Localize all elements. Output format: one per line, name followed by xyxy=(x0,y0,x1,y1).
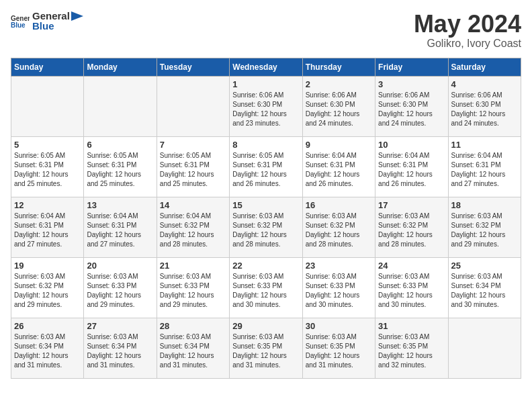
calendar-cell: 24Sunrise: 6:03 AM Sunset: 6:33 PM Dayli… xyxy=(375,257,448,318)
day-number: 4 xyxy=(451,79,518,89)
day-info: Sunrise: 6:03 AM Sunset: 6:34 PM Dayligh… xyxy=(451,272,518,310)
day-number: 30 xyxy=(306,321,372,331)
calendar-cell: 8Sunrise: 6:05 AM Sunset: 6:31 PM Daylig… xyxy=(230,136,302,197)
day-header-saturday: Saturday xyxy=(448,58,521,76)
day-number: 7 xyxy=(160,140,226,150)
day-number: 26 xyxy=(14,321,81,331)
day-info: Sunrise: 6:03 AM Sunset: 6:32 PM Dayligh… xyxy=(378,212,445,249)
calendar-cell: 10Sunrise: 6:04 AM Sunset: 6:31 PM Dayli… xyxy=(375,136,448,197)
day-info: Sunrise: 6:06 AM Sunset: 6:30 PM Dayligh… xyxy=(451,91,518,128)
day-number: 13 xyxy=(87,200,153,210)
calendar-cell: 1Sunrise: 6:06 AM Sunset: 6:30 PM Daylig… xyxy=(230,76,302,136)
calendar-cell: 7Sunrise: 6:05 AM Sunset: 6:31 PM Daylig… xyxy=(157,136,229,197)
day-number: 16 xyxy=(306,200,372,210)
day-number: 1 xyxy=(232,79,299,89)
day-info: Sunrise: 6:03 AM Sunset: 6:33 PM Dayligh… xyxy=(232,272,299,310)
logo-text-blue: Blue xyxy=(32,21,83,32)
calendar-cell: 6Sunrise: 6:05 AM Sunset: 6:31 PM Daylig… xyxy=(84,136,157,197)
day-info: Sunrise: 6:04 AM Sunset: 6:31 PM Dayligh… xyxy=(14,212,81,249)
day-info: Sunrise: 6:05 AM Sunset: 6:31 PM Dayligh… xyxy=(232,151,299,189)
day-info: Sunrise: 6:03 AM Sunset: 6:33 PM Dayligh… xyxy=(87,272,153,310)
day-number: 3 xyxy=(378,79,445,89)
calendar-cell: 22Sunrise: 6:03 AM Sunset: 6:33 PM Dayli… xyxy=(230,257,302,318)
title-block: May 2024 Golikro, Ivory Coast xyxy=(414,11,521,50)
day-info: Sunrise: 6:04 AM Sunset: 6:32 PM Dayligh… xyxy=(160,212,226,249)
calendar-cell: 16Sunrise: 6:03 AM Sunset: 6:32 PM Dayli… xyxy=(302,197,375,257)
calendar-cell: 15Sunrise: 6:03 AM Sunset: 6:32 PM Dayli… xyxy=(230,197,302,257)
day-header-friday: Friday xyxy=(375,58,448,76)
calendar-cell: 12Sunrise: 6:04 AM Sunset: 6:31 PM Dayli… xyxy=(11,197,84,257)
calendar-cell: 29Sunrise: 6:03 AM Sunset: 6:35 PM Dayli… xyxy=(230,318,302,378)
day-number: 22 xyxy=(232,261,299,271)
day-info: Sunrise: 6:03 AM Sunset: 6:33 PM Dayligh… xyxy=(160,272,226,310)
day-info: Sunrise: 6:05 AM Sunset: 6:31 PM Dayligh… xyxy=(14,151,81,189)
day-info: Sunrise: 6:03 AM Sunset: 6:35 PM Dayligh… xyxy=(378,332,445,370)
day-number: 10 xyxy=(378,140,445,150)
day-info: Sunrise: 6:03 AM Sunset: 6:35 PM Dayligh… xyxy=(232,332,299,370)
calendar-cell: 3Sunrise: 6:06 AM Sunset: 6:30 PM Daylig… xyxy=(375,76,448,136)
day-number: 17 xyxy=(378,200,445,210)
day-number: 20 xyxy=(87,261,153,271)
day-number: 8 xyxy=(232,140,299,150)
calendar-cell: 9Sunrise: 6:04 AM Sunset: 6:31 PM Daylig… xyxy=(302,136,375,197)
day-number: 6 xyxy=(87,140,153,150)
svg-text:Blue: Blue xyxy=(11,21,26,29)
day-number: 31 xyxy=(378,321,445,331)
day-number: 21 xyxy=(160,261,226,271)
calendar-cell xyxy=(11,76,84,136)
day-info: Sunrise: 6:03 AM Sunset: 6:34 PM Dayligh… xyxy=(160,332,226,370)
calendar-cell: 14Sunrise: 6:04 AM Sunset: 6:32 PM Dayli… xyxy=(157,197,229,257)
calendar-cell: 31Sunrise: 6:03 AM Sunset: 6:35 PM Dayli… xyxy=(375,318,448,378)
calendar-cell: 4Sunrise: 6:06 AM Sunset: 6:30 PM Daylig… xyxy=(448,76,521,136)
day-info: Sunrise: 6:03 AM Sunset: 6:32 PM Dayligh… xyxy=(14,272,81,310)
day-info: Sunrise: 6:06 AM Sunset: 6:30 PM Dayligh… xyxy=(378,91,445,128)
calendar-cell: 25Sunrise: 6:03 AM Sunset: 6:34 PM Dayli… xyxy=(448,257,521,318)
svg-marker-2 xyxy=(71,11,83,21)
day-number: 2 xyxy=(306,79,372,89)
calendar-cell: 17Sunrise: 6:03 AM Sunset: 6:32 PM Dayli… xyxy=(375,197,448,257)
calendar-header: SundayMondayTuesdayWednesdayThursdayFrid… xyxy=(11,58,521,76)
day-header-sunday: Sunday xyxy=(11,58,84,76)
calendar-title: May 2024 xyxy=(414,11,521,38)
calendar-cell: 20Sunrise: 6:03 AM Sunset: 6:33 PM Dayli… xyxy=(84,257,157,318)
day-number: 18 xyxy=(451,200,518,210)
day-number: 15 xyxy=(232,200,299,210)
day-info: Sunrise: 6:06 AM Sunset: 6:30 PM Dayligh… xyxy=(306,91,372,128)
calendar-cell: 28Sunrise: 6:03 AM Sunset: 6:34 PM Dayli… xyxy=(157,318,229,378)
calendar-cell: 5Sunrise: 6:05 AM Sunset: 6:31 PM Daylig… xyxy=(11,136,84,197)
day-info: Sunrise: 6:05 AM Sunset: 6:31 PM Dayligh… xyxy=(160,151,226,189)
logo: General Blue General Blue xyxy=(11,11,83,32)
day-info: Sunrise: 6:03 AM Sunset: 6:33 PM Dayligh… xyxy=(378,272,445,310)
calendar-table: SundayMondayTuesdayWednesdayThursdayFrid… xyxy=(11,58,521,379)
day-number: 19 xyxy=(14,261,81,271)
calendar-cell xyxy=(448,318,521,378)
day-info: Sunrise: 6:03 AM Sunset: 6:34 PM Dayligh… xyxy=(14,332,81,370)
day-number: 14 xyxy=(160,200,226,210)
day-info: Sunrise: 6:03 AM Sunset: 6:32 PM Dayligh… xyxy=(306,212,372,249)
day-header-thursday: Thursday xyxy=(302,58,375,76)
day-header-monday: Monday xyxy=(84,58,157,76)
day-number: 24 xyxy=(378,261,445,271)
calendar-cell: 19Sunrise: 6:03 AM Sunset: 6:32 PM Dayli… xyxy=(11,257,84,318)
day-number: 5 xyxy=(14,140,81,150)
calendar-cell: 11Sunrise: 6:04 AM Sunset: 6:31 PM Dayli… xyxy=(448,136,521,197)
calendar-cell xyxy=(157,76,229,136)
day-info: Sunrise: 6:06 AM Sunset: 6:30 PM Dayligh… xyxy=(232,91,299,128)
calendar-cell: 23Sunrise: 6:03 AM Sunset: 6:33 PM Dayli… xyxy=(302,257,375,318)
day-number: 28 xyxy=(160,321,226,331)
calendar-subtitle: Golikro, Ivory Coast xyxy=(414,38,521,50)
day-number: 12 xyxy=(14,200,81,210)
logo-icon: General Blue xyxy=(11,14,30,29)
day-info: Sunrise: 6:03 AM Sunset: 6:33 PM Dayligh… xyxy=(306,272,372,310)
day-info: Sunrise: 6:03 AM Sunset: 6:32 PM Dayligh… xyxy=(451,212,518,249)
calendar-cell xyxy=(84,76,157,136)
day-header-wednesday: Wednesday xyxy=(230,58,302,76)
day-number: 11 xyxy=(451,140,518,150)
calendar-cell: 21Sunrise: 6:03 AM Sunset: 6:33 PM Dayli… xyxy=(157,257,229,318)
calendar-cell: 13Sunrise: 6:04 AM Sunset: 6:31 PM Dayli… xyxy=(84,197,157,257)
day-header-tuesday: Tuesday xyxy=(157,58,229,76)
day-number: 23 xyxy=(306,261,372,271)
day-number: 29 xyxy=(232,321,299,331)
logo-arrow-icon xyxy=(71,11,83,21)
day-info: Sunrise: 6:04 AM Sunset: 6:31 PM Dayligh… xyxy=(451,151,518,189)
